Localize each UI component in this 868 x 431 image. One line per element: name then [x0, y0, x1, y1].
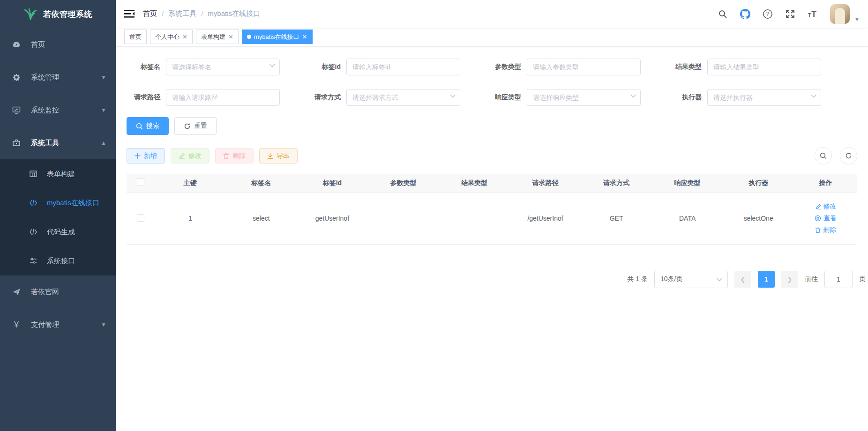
- row-delete-link[interactable]: 删除: [815, 226, 836, 234]
- breadcrumb-home[interactable]: 首页: [143, 9, 157, 18]
- app-root: 若依管理系统 首页 系统管理 ▼ 系统监控 ▼: [0, 0, 868, 431]
- prev-page-button[interactable]: ❮: [734, 271, 751, 288]
- table-grid-icon: [28, 170, 38, 178]
- filter-tag-name: 标签名: [127, 59, 307, 75]
- filter-label: 响应类型: [487, 93, 527, 102]
- reset-button[interactable]: 重置: [174, 117, 217, 135]
- column-header: 主键: [155, 174, 226, 193]
- cell-request-method: GET: [581, 193, 652, 244]
- sidebar-item-home[interactable]: 首页: [0, 28, 116, 61]
- tab-label: mybatis在线接口: [254, 33, 299, 41]
- close-icon[interactable]: ✕: [302, 33, 307, 40]
- filter-label: 请求方式: [307, 93, 346, 102]
- app-title: 若依管理系统: [43, 9, 92, 20]
- svg-text:T: T: [811, 9, 816, 19]
- download-icon: [267, 153, 273, 159]
- sliders-icon: [28, 257, 38, 265]
- edit-button[interactable]: 修改: [171, 148, 210, 163]
- table-tools: [815, 147, 857, 164]
- sidebar-item-label: 系统接口: [47, 257, 106, 266]
- close-icon[interactable]: ✕: [228, 33, 233, 40]
- cell-executor: selectOne: [723, 193, 794, 244]
- show-search-toggle-button[interactable]: [815, 147, 832, 164]
- select-all-checkbox[interactable]: [137, 178, 144, 186]
- tab-profile[interactable]: 个人中心 ✕: [150, 30, 193, 44]
- request-method-select[interactable]: [346, 89, 460, 106]
- paper-plane-icon: [11, 288, 22, 296]
- cell-tag-id: getUserInof: [297, 193, 368, 244]
- search-button[interactable]: 搜索: [127, 117, 169, 135]
- row-view-link[interactable]: 查看: [815, 214, 837, 223]
- sidebar-item-label: 支付管理: [31, 320, 101, 329]
- request-path-input[interactable]: [166, 89, 280, 106]
- tab-form-builder[interactable]: 表单构建 ✕: [196, 30, 239, 44]
- sidebar-item-label: 系统工具: [31, 139, 101, 148]
- cell-param-type: [368, 193, 439, 244]
- add-button[interactable]: 新增: [127, 148, 165, 163]
- navbar-actions: ? TT ▼: [718, 4, 860, 24]
- column-header: 操作: [794, 174, 857, 193]
- filter-label: 请求路径: [127, 93, 166, 102]
- svg-text:?: ?: [766, 11, 770, 17]
- cell-result-type: [439, 193, 510, 244]
- sidebar-item-payment-manage[interactable]: ¥ 支付管理 ▼: [0, 308, 116, 341]
- yen-icon: ¥: [11, 320, 22, 330]
- tab-home[interactable]: 首页: [124, 30, 147, 44]
- code-icon: [28, 229, 38, 235]
- tag-id-input[interactable]: [346, 59, 460, 75]
- sidebar-item-code-gen[interactable]: 代码生成: [0, 217, 116, 246]
- filter-label: 标签id: [307, 63, 346, 71]
- main-area: 首页 / 系统工具 / mybatis在线接口 ?: [116, 0, 868, 431]
- cell-tag-name: select: [226, 193, 297, 244]
- delete-button[interactable]: 删除: [215, 148, 254, 163]
- tag-name-select[interactable]: [166, 59, 280, 75]
- executor-select[interactable]: [707, 89, 821, 106]
- breadcrumb: 首页 / 系统工具 / mybatis在线接口: [143, 9, 260, 18]
- param-type-input[interactable]: [527, 59, 641, 75]
- close-icon[interactable]: ✕: [182, 33, 187, 40]
- help-icon[interactable]: ?: [763, 9, 773, 19]
- github-icon[interactable]: [740, 9, 750, 19]
- breadcrumb-section: 系统工具: [168, 9, 196, 18]
- result-type-input[interactable]: [707, 59, 821, 75]
- sidebar-item-form-builder[interactable]: 表单构建: [0, 159, 116, 188]
- row-checkbox[interactable]: [137, 214, 144, 222]
- logo[interactable]: 若依管理系统: [0, 0, 116, 28]
- sidebar-collapse-icon[interactable]: [124, 10, 135, 18]
- filter-request-method: 请求方式: [307, 89, 487, 106]
- table-row[interactable]: 1 select getUserInof /getUserInof GET DA…: [127, 193, 857, 244]
- sidebar-item-system-monitor[interactable]: 系统监控 ▼: [0, 94, 116, 126]
- tab-label: 个人中心: [155, 33, 180, 41]
- sidebar-item-system-tools[interactable]: 系统工具 ▲: [0, 126, 116, 159]
- sidebar-item-mybatis-api[interactable]: mybatis在线接口: [0, 188, 116, 217]
- cell-request-path: /getUserInof: [510, 193, 581, 244]
- filter-label: 标签名: [127, 63, 166, 71]
- refresh-table-button[interactable]: [840, 147, 857, 164]
- row-edit-link[interactable]: 修改: [815, 202, 837, 211]
- column-header: 执行器: [723, 174, 794, 193]
- export-button[interactable]: 导出: [259, 148, 298, 163]
- sidebar-item-label: 表单构建: [47, 170, 106, 178]
- filter-result-type: 结果类型: [668, 59, 848, 75]
- edit-icon: [179, 153, 185, 159]
- user-avatar[interactable]: [830, 4, 850, 24]
- toolbox-icon: [11, 139, 22, 147]
- sidebar-item-system-manage[interactable]: 系统管理 ▼: [0, 61, 116, 94]
- sidebar-item-official-site[interactable]: 若依官网: [0, 275, 116, 308]
- monitor-icon: [11, 106, 22, 114]
- tags-view-bar: 首页 个人中心 ✕ 表单构建 ✕ mybatis在线接口 ✕: [116, 28, 868, 46]
- next-page-button[interactable]: ❯: [781, 271, 798, 288]
- tab-mybatis-api[interactable]: mybatis在线接口 ✕: [242, 30, 313, 44]
- page-number-button[interactable]: 1: [758, 271, 775, 288]
- pagination-total: 共 1 条: [627, 275, 648, 283]
- delete-button-label: 删除: [232, 152, 246, 160]
- search-icon[interactable]: [718, 9, 728, 19]
- font-size-icon[interactable]: TT: [808, 9, 818, 19]
- user-menu[interactable]: ▼: [830, 4, 860, 24]
- edit-icon: [815, 204, 821, 210]
- sidebar-item-system-api[interactable]: 系统接口: [0, 246, 116, 275]
- goto-page-input[interactable]: [824, 271, 853, 288]
- response-type-select[interactable]: [527, 89, 641, 106]
- fullscreen-icon[interactable]: [785, 9, 795, 19]
- filter-label: 执行器: [668, 93, 707, 102]
